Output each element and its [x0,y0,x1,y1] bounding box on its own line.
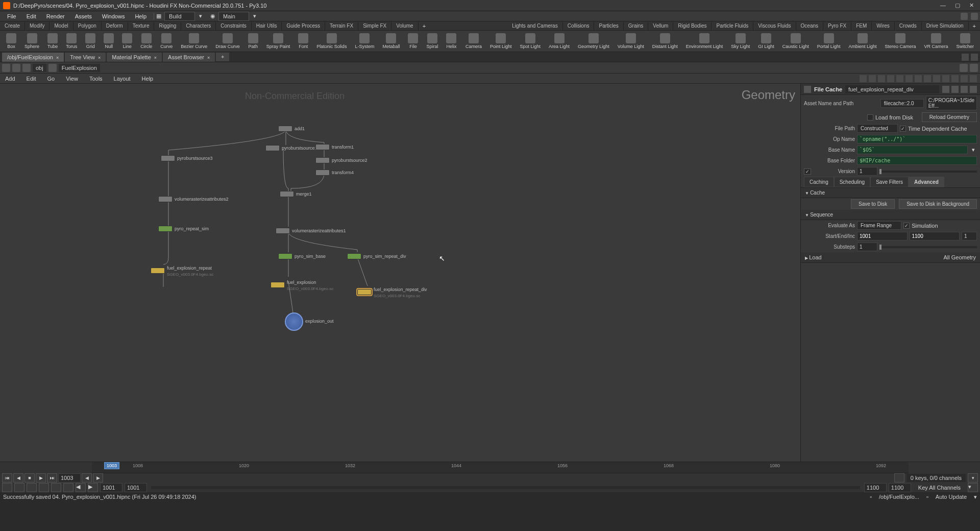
tool-point-light[interactable]: Point Light [486,32,516,50]
range-next-button[interactable]: ▶ [88,483,98,492]
shelf-tab-crowds[interactable]: Crowds [895,22,922,30]
shelf-tab-deform[interactable]: Deform [102,22,128,30]
path-pin-icon[interactable] [970,64,978,72]
base-folder-field[interactable]: $HIP/cache [857,156,977,165]
basename-dropdown-icon[interactable]: ▾ [970,147,977,153]
tool-spray-paint[interactable]: Spray Paint [262,32,295,50]
shelf-tab-oceans[interactable]: Oceans [796,22,823,30]
shelf-tab-particlefluids[interactable]: Particle Fluids [712,22,753,30]
inc-field[interactable]: 1 [962,232,977,240]
shelf-tab-terrainfx[interactable]: Terrain FX [325,22,358,30]
tool-path[interactable]: Path [244,32,262,50]
node-volumerasterizeattributes1[interactable]: volumerasterizeattributes1 [276,228,346,234]
net-icon-1[interactable] [860,75,867,82]
tool-volume-light[interactable]: Volume Light [614,32,648,50]
net-settings-icon[interactable] [970,75,977,82]
shelf-tab-grains[interactable]: Grains [624,22,648,30]
node-merge1[interactable]: merge1 [280,191,312,197]
tool-sky-light[interactable]: Sky Light [727,32,754,50]
cloud-icon[interactable] [961,13,968,20]
find-icon[interactable] [951,86,959,93]
shelf-tab-model[interactable]: Model [50,22,73,30]
shelf-tab-characters[interactable]: Characters [181,22,216,30]
key-all-dropdown[interactable]: ▾ [968,483,978,492]
close-button[interactable]: ✕ [969,2,974,9]
nav-back-icon[interactable] [2,64,10,72]
prev-key-button[interactable]: ◀ [82,473,92,482]
load-mode-dropdown[interactable]: All Geometry [943,254,976,260]
netmenu-layout[interactable]: Layout [112,75,133,83]
tool-distant-light[interactable]: Distant Light [648,32,682,50]
netmenu-go[interactable]: Go [45,75,57,83]
next-key-button[interactable]: ▶ [93,473,103,482]
load-from-disk-checkbox[interactable] [867,114,873,120]
tool-null[interactable]: Null [100,32,118,50]
tool-environment-light[interactable]: Environment Light [682,32,727,50]
shelf-tab-guideprocess[interactable]: Guide Process [282,22,325,30]
section-load[interactable]: Load All Geometry [801,252,980,263]
tool-metaball[interactable]: Metaball [378,32,404,50]
net-icon-6[interactable] [905,75,913,82]
menu-help[interactable]: Help [130,12,152,20]
node-volumerasterizeattributes2[interactable]: volumerasterizeattributes2 [158,196,229,202]
shelf-tab-particles[interactable]: Particles [594,22,623,30]
tool-sphere[interactable]: Sphere [20,32,43,50]
current-frame-marker[interactable]: 1003 [104,462,119,469]
tab-savefilters[interactable]: Save Filters [870,177,909,187]
version-slider[interactable] [879,171,977,173]
asset-path-field[interactable]: C:/PROGRA~1/Side Eff... [926,96,977,110]
node-pyroburstsource3[interactable]: pyroburstsource3 [161,155,213,161]
tool-curve[interactable]: Curve [156,32,177,50]
tool-spot-light[interactable]: Spot Light [516,32,545,50]
section-cache[interactable]: Cache [801,188,980,198]
panel-max-icon[interactable] [971,54,978,61]
reload-geometry-button[interactable]: Reload Geometry [922,112,977,122]
tool-geometry-light[interactable]: Geometry Light [574,32,614,50]
realtime-toggle[interactable] [894,473,904,482]
desktop-selector[interactable]: Build [164,12,195,21]
panel-tab-tree[interactable]: Tree View× [65,53,106,62]
shelf-tab-volume[interactable]: Volume [391,22,418,30]
range-prev-button[interactable]: ◀ [76,483,86,492]
tool-torus[interactable]: Torus [62,32,81,50]
skip-end-button[interactable]: ⏭ [47,473,57,482]
tab-caching[interactable]: Caching [804,177,834,187]
path-dropdown-icon[interactable] [960,64,968,72]
node-pyroburstsource2[interactable]: pyroburstsource2 [315,157,368,163]
shelf-tab-polygon[interactable]: Polygon [74,22,102,30]
range-slider[interactable] [151,486,860,489]
substeps-field[interactable]: 1 [857,243,877,251]
range-end-field[interactable]: 1100 [864,483,887,492]
net-search-icon[interactable] [961,75,968,82]
save-to-disk-bg-button[interactable]: Save to Disk in Background [899,199,977,209]
tool-grid[interactable]: Grid [81,32,100,50]
node-fuel-explosion-repeat[interactable]: fuel_explosion_repeatSGEO_v003.0F4.bgeo.… [151,264,213,277]
node-pyro-repeat-sim[interactable]: pyro_repeat_sim [158,226,209,232]
node-pyro-sim-base[interactable]: pyro_sim_base [278,253,326,259]
evaluate-as-dropdown[interactable]: Frame Range [857,221,901,230]
tool-camera[interactable]: Camera [461,32,486,50]
tool-font[interactable]: Font [294,32,312,50]
shelf-tab-texture[interactable]: Texture [128,22,155,30]
net-icon-7[interactable] [915,75,922,82]
tool-circle[interactable]: Circle [136,32,156,50]
shelf-tab-drivesim[interactable]: Drive Simulation [922,22,969,30]
substeps-slider[interactable] [879,246,977,248]
range-icon-6[interactable] [63,483,74,492]
shelf-tab-hairutils[interactable]: Hair Utils [252,22,282,30]
panel-tab-network[interactable]: /obj/FuelExplosion× [2,53,64,62]
shelf-tab-pyrofx[interactable]: Pyro FX [823,22,851,30]
net-icon-9[interactable] [933,75,940,82]
shelf-tab-viscousfluids[interactable]: Viscous Fluids [753,22,796,30]
range-icon-1[interactable] [2,483,12,492]
play-button[interactable]: ▶ [36,473,46,482]
shelf-tab-simplefx[interactable]: Simple FX [358,22,391,30]
netmenu-tools[interactable]: Tools [87,75,105,83]
menu-edit[interactable]: Edit [21,12,41,20]
menu-assets[interactable]: Assets [70,12,97,20]
nav-home-icon[interactable] [22,64,31,72]
close-icon[interactable]: × [207,55,210,60]
base-name-field[interactable]: `$OS` [857,146,968,154]
netmenu-help[interactable]: Help [140,75,156,83]
version-checkbox[interactable] [804,168,811,175]
